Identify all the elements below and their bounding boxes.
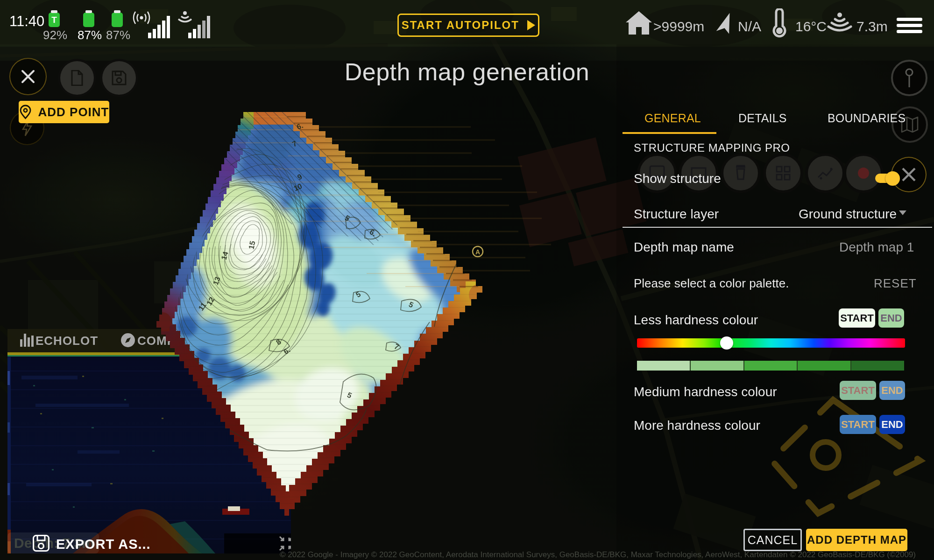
svg-text:A: A <box>475 248 480 256</box>
svg-text:15: 15 <box>247 240 256 250</box>
svg-text:5: 5 <box>209 415 216 424</box>
